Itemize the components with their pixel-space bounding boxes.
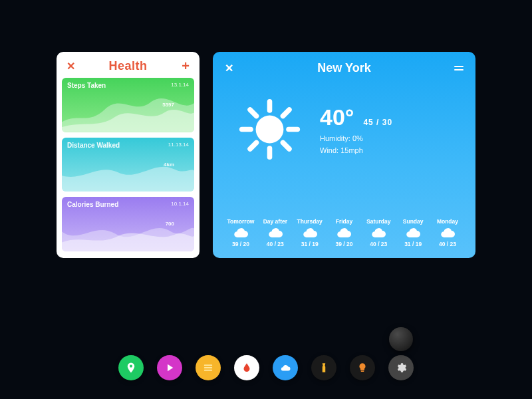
metric-label: Calories Burned (67, 201, 118, 208)
settings-button[interactable] (388, 355, 414, 380)
gear-icon (395, 362, 407, 374)
forecast-day: Sunday (403, 218, 424, 225)
current-hilo: 45 / 30 (363, 118, 392, 127)
health-card: ✕ Health + Steps Taken 13.1.14 5397 Dist… (57, 52, 200, 258)
cloud-button[interactable] (273, 355, 298, 380)
close-icon[interactable]: ✕ (65, 60, 76, 72)
bulb-button[interactable] (350, 355, 375, 380)
metric-value: 4km (164, 162, 174, 168)
cloud-icon (279, 362, 291, 374)
forecast-day: Day after (263, 218, 287, 225)
cloud-icon (440, 227, 456, 238)
metric-label: Steps Taken (67, 82, 106, 89)
metric-date: 13.1.14 (171, 82, 189, 88)
forecast-row: Tomorrow 39 / 20 Day after 40 / 23 Thurs… (225, 218, 464, 250)
svg-line-5 (250, 110, 257, 116)
weather-header: ✕ New York (225, 61, 464, 75)
svg-point-0 (256, 116, 284, 144)
humidity-label: Humidity: 0% (320, 134, 392, 142)
droplet-icon (241, 362, 253, 374)
health-header: ✕ Health + (62, 57, 194, 78)
list-icon (202, 362, 214, 374)
notification-badge (389, 327, 413, 351)
forecast-day: Friday (336, 218, 353, 225)
forecast-item[interactable]: Sunday 31 / 19 (397, 218, 429, 247)
sun-icon (238, 98, 301, 161)
flashlight-icon (318, 362, 330, 374)
forecast-item[interactable]: Tomorrow 39 / 20 (225, 218, 257, 247)
cloud-icon (370, 227, 386, 238)
weather-current: 40° 45 / 30 Humidity: 0% Wind: 15mph (225, 98, 464, 161)
svg-line-6 (283, 142, 289, 149)
metric-value: 700 (166, 221, 174, 227)
forecast-hilo: 40 / 23 (267, 241, 284, 247)
location-icon (125, 362, 137, 374)
play-icon (164, 362, 176, 374)
forecast-item[interactable]: Friday 39 / 20 (328, 218, 360, 247)
play-button[interactable] (157, 355, 182, 380)
cloud-icon (302, 227, 318, 238)
city-title: New York (317, 61, 370, 75)
forecast-day: Saturday (366, 218, 390, 225)
forecast-day: Thursday (297, 218, 323, 225)
forecast-item[interactable]: Saturday 40 / 23 (362, 218, 394, 247)
metric-calories[interactable]: Calories Burned 10.1.14 700 (62, 197, 194, 251)
forecast-hilo: 39 / 20 (335, 241, 352, 247)
forecast-hilo: 39 / 20 (232, 241, 249, 247)
forecast-hilo: 31 / 19 (404, 241, 422, 247)
close-icon[interactable]: ✕ (225, 62, 237, 74)
list-button[interactable] (196, 355, 221, 380)
svg-line-8 (250, 142, 257, 149)
forecast-day: Tomorrow (227, 218, 255, 225)
bulb-icon (356, 362, 368, 374)
forecast-hilo: 40 / 23 (370, 241, 387, 247)
cloud-icon (336, 227, 352, 238)
forecast-hilo: 31 / 19 (301, 241, 319, 247)
cloud-icon (267, 227, 283, 238)
forecast-day: Monday (437, 218, 458, 225)
cloud-icon (405, 227, 421, 238)
forecast-item[interactable]: Monday 40 / 23 (432, 218, 464, 247)
metric-value: 5397 (162, 102, 174, 108)
wind-label: Wind: 15mph (320, 146, 392, 154)
weather-readout: 40° 45 / 30 Humidity: 0% Wind: 15mph (320, 104, 392, 154)
add-icon[interactable]: + (180, 59, 192, 74)
forecast-item[interactable]: Thursday 31 / 19 (294, 218, 326, 247)
metric-steps[interactable]: Steps Taken 13.1.14 5397 (62, 78, 194, 132)
forecast-hilo: 40 / 23 (439, 241, 456, 247)
droplet-button[interactable] (234, 355, 259, 380)
svg-line-7 (283, 110, 289, 116)
flashlight-button[interactable] (311, 355, 336, 380)
menu-icon[interactable] (452, 66, 464, 70)
cloud-icon (233, 227, 249, 238)
health-title: Health (108, 59, 147, 73)
metric-date: 11.13.14 (168, 142, 189, 148)
metric-label: Distance Walked (67, 142, 120, 149)
forecast-item[interactable]: Day after 40 / 23 (259, 218, 291, 247)
current-temp: 40° (320, 104, 354, 130)
weather-card: ✕ New York 40° 45 / 30 Humidity: 0% (213, 52, 475, 258)
dock (0, 355, 532, 380)
metric-distance[interactable]: Distance Walked 11.13.14 4km (62, 138, 194, 192)
metric-date: 10.1.14 (171, 201, 189, 207)
location-button[interactable] (118, 355, 144, 380)
